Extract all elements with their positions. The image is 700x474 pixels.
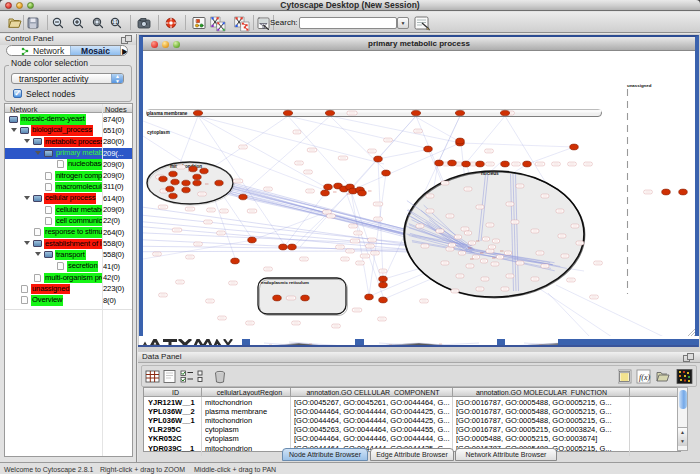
svg-text:nucleus: nucleus: [481, 171, 499, 176]
svg-text:cytoplasm: cytoplasm: [147, 130, 170, 135]
svg-text:plasma membrane: plasma membrane: [147, 111, 188, 116]
svg-text:endoplasmic reticulum: endoplasmic reticulum: [261, 280, 309, 285]
svg-text:mitochondrion: mitochondrion: [170, 164, 202, 169]
svg-text:f(x): f(x): [639, 373, 650, 382]
svg-text:1:1: 1:1: [112, 20, 119, 25]
svg-text:unassigned: unassigned: [627, 83, 652, 88]
